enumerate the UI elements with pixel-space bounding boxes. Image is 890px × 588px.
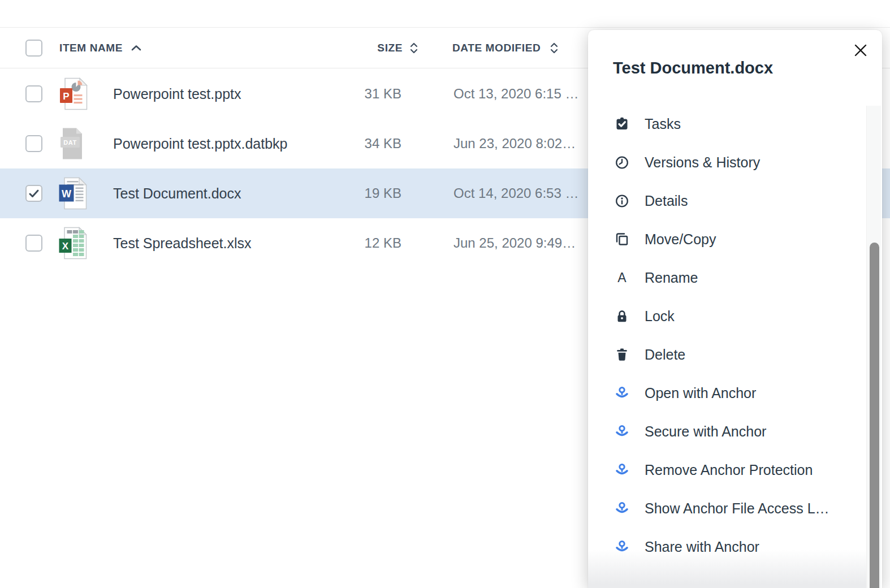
menu-item-label: Versions & History <box>645 154 760 171</box>
menu-item-label: Lock <box>645 308 675 325</box>
file-size: 12 KB <box>317 235 401 251</box>
menu-item-label: Delete <box>645 347 685 363</box>
menu-item-label: Show Anchor File Access L… <box>645 500 829 517</box>
anchor-icon <box>615 424 629 439</box>
sort-asc-icon <box>131 44 142 51</box>
menu-item-label: Rename <box>645 270 698 286</box>
rename-icon: A <box>615 270 629 285</box>
file-actions-panel: Test Document.docx <box>588 30 882 588</box>
menu-item[interactable]: Versions & History <box>588 143 865 181</box>
file-name[interactable]: Powerpoint test.pptx.datbkp <box>113 136 288 152</box>
versions-history-icon <box>615 155 629 170</box>
menu-item[interactable]: Move/Copy <box>588 220 865 258</box>
menu-item-label: Details <box>645 193 688 209</box>
menu-item[interactable]: Open with Anchor <box>588 374 865 412</box>
row-checkbox[interactable] <box>25 235 42 252</box>
checkmark-icon <box>27 186 41 201</box>
sort-both-icon[interactable] <box>409 42 418 54</box>
file-size: 31 KB <box>317 86 401 102</box>
anchor-icon <box>615 386 629 400</box>
menu-item-label: Open with Anchor <box>645 385 756 401</box>
menu-item[interactable]: Tasks <box>588 105 865 143</box>
menu-item[interactable]: A Rename <box>588 258 865 297</box>
menu-item[interactable]: Delete <box>588 335 865 374</box>
column-header-date-modified[interactable]: DATE MODIFIED <box>452 42 541 54</box>
lock-icon <box>615 309 629 323</box>
anchor-icon <box>615 539 629 554</box>
svg-text:W: W <box>62 188 71 200</box>
details-icon <box>615 193 629 208</box>
panel-title: Test Document.docx <box>613 59 773 77</box>
menu-item[interactable]: Share with Anchor <box>588 528 865 566</box>
menu-item[interactable]: Show Anchor File Access L… <box>588 489 865 528</box>
file-name[interactable]: Test Spreadsheet.xlsx <box>113 235 252 252</box>
panel-scrollbar-thumb[interactable] <box>870 243 879 588</box>
file-date-modified: Jun 25, 2020 9:49… <box>453 235 576 251</box>
move-copy-icon <box>615 232 629 247</box>
menu-item[interactable]: Secure with Anchor <box>588 412 865 451</box>
svg-text:X: X <box>62 241 69 252</box>
menu-item[interactable]: Details <box>588 181 865 220</box>
sort-both-icon[interactable] <box>550 42 559 54</box>
menu-item-label: Share with Anchor <box>645 539 759 555</box>
close-icon[interactable] <box>854 44 867 57</box>
file-name[interactable]: Powerpoint test.pptx <box>113 86 241 102</box>
row-checkbox[interactable] <box>25 185 42 202</box>
menu-item-label: Secure with Anchor <box>645 423 766 440</box>
menu-item[interactable]: Remove Anchor Protection <box>588 451 865 489</box>
file-date-modified: Oct 13, 2020 6:15 … <box>453 86 578 102</box>
svg-text:A: A <box>617 270 627 285</box>
menu-item[interactable]: Lock <box>588 297 865 335</box>
file-name[interactable]: Test Document.docx <box>113 185 241 202</box>
anchor-icon <box>615 462 629 477</box>
delete-icon <box>615 347 629 362</box>
column-label: ITEM NAME <box>59 42 123 54</box>
word-file-icon: W <box>58 177 89 210</box>
file-size: 34 KB <box>317 136 401 152</box>
column-header-item-name[interactable]: ITEM NAME <box>59 42 142 54</box>
svg-text:DAT: DAT <box>63 139 76 146</box>
powerpoint-file-icon: P <box>58 77 89 110</box>
row-checkbox[interactable] <box>25 135 42 152</box>
file-date-modified: Oct 14, 2020 6:53 … <box>453 185 578 201</box>
anchor-icon <box>615 501 629 516</box>
tasks-icon <box>615 116 629 131</box>
menu-item-label: Remove Anchor Protection <box>645 462 813 478</box>
menu-item-label: Move/Copy <box>645 231 716 248</box>
excel-file-icon: X <box>58 227 89 260</box>
svg-text:P: P <box>63 91 69 102</box>
column-header-size[interactable]: SIZE <box>317 42 403 54</box>
file-date-modified: Jun 23, 2020 8:02… <box>453 136 576 152</box>
panel-menu: Tasks Versions & History <box>588 105 865 566</box>
select-all-checkbox[interactable] <box>25 40 42 57</box>
file-size: 19 KB <box>317 185 401 201</box>
panel-scrollbar-track[interactable] <box>866 106 881 588</box>
menu-item-label: Tasks <box>645 116 681 132</box>
dat-file-icon: DAT <box>58 127 89 160</box>
row-checkbox[interactable] <box>25 85 42 102</box>
